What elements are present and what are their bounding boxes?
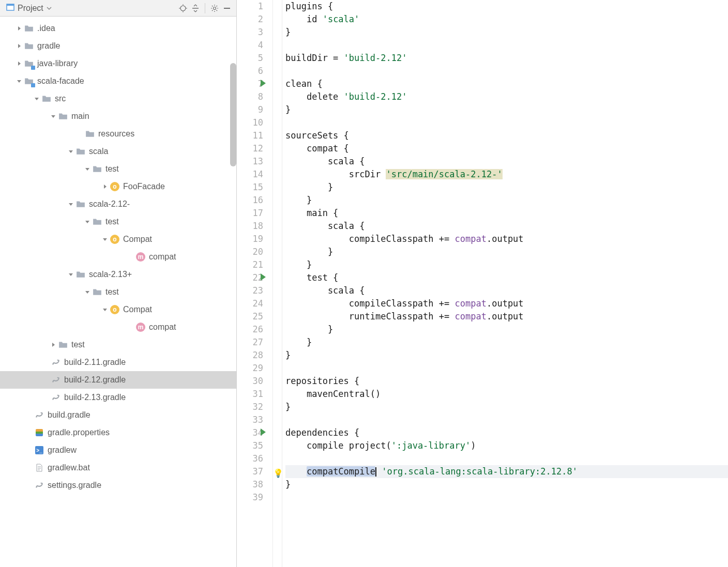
code-line[interactable]: } — [285, 246, 728, 258]
code-editor[interactable]: 1234567891011121314151617181920212223242… — [237, 0, 728, 567]
code-line[interactable]: } — [285, 181, 728, 194]
tree-item[interactable]: oFooFacade — [0, 178, 236, 195]
tree-item-label: settings.gradle — [48, 481, 101, 490]
tree-arrow-down-icon[interactable] — [83, 217, 92, 226]
code-line[interactable] — [285, 452, 728, 465]
tree-arrow-down-icon[interactable] — [14, 76, 24, 86]
tree-item[interactable]: oCompat — [0, 231, 236, 248]
tree-item[interactable]: resources — [0, 125, 236, 143]
code-line[interactable]: repositories { — [285, 375, 728, 388]
code-line[interactable]: id 'scala' — [285, 13, 728, 26]
tree-arrow-down-icon[interactable] — [66, 147, 75, 156]
code-line[interactable]: scala { — [285, 155, 728, 168]
gutter-line: 29 — [237, 362, 263, 375]
tree-item[interactable]: build-2.13.gradle — [0, 389, 236, 406]
code-line[interactable]: } — [285, 103, 728, 116]
run-gutter-icon[interactable] — [261, 428, 266, 436]
tree-item[interactable]: test — [0, 160, 236, 178]
tree-item[interactable]: java-library — [0, 55, 236, 72]
tree-arrow-right-icon[interactable] — [14, 59, 24, 68]
tree-arrow-down-icon[interactable] — [66, 200, 75, 209]
project-view-dropdown[interactable]: Project — [3, 2, 55, 14]
tree-item[interactable]: mcompat — [0, 318, 236, 336]
tree-item[interactable]: scala-2.12- — [0, 195, 236, 213]
tree-item[interactable]: scala — [0, 143, 236, 160]
code-line[interactable]: mavenCentral() — [285, 388, 728, 401]
tree-item[interactable]: gradle.properties — [0, 424, 236, 441]
code-line[interactable]: } — [285, 349, 728, 362]
code-line[interactable]: compile project(':java-library') — [285, 439, 728, 452]
project-view-label: Project — [18, 4, 43, 13]
code-line[interactable]: delete 'build-2.12' — [285, 90, 728, 103]
tree-arrow-down-icon[interactable] — [100, 235, 110, 244]
code-line[interactable]: srcDir 'src/main/scala-2.12-' — [285, 168, 728, 181]
run-gutter-icon[interactable] — [261, 80, 266, 87]
code-line[interactable]: dependencies { — [285, 426, 728, 439]
tree-arrow-right-icon[interactable] — [14, 24, 24, 33]
code-line[interactable] — [285, 491, 728, 504]
tree-item[interactable]: mcompat — [0, 248, 236, 266]
code-line[interactable]: scala { — [285, 284, 728, 297]
tree-arrow-right-icon[interactable] — [49, 340, 58, 349]
code-line[interactable]: compat { — [285, 142, 728, 155]
tree-item[interactable]: build.gradle — [0, 406, 236, 424]
scrollbar-thumb[interactable] — [230, 63, 236, 166]
tree-item[interactable]: scala-facade — [0, 72, 236, 90]
code-line[interactable]: } — [285, 194, 728, 207]
tree-item[interactable]: >_gradlew — [0, 441, 236, 459]
code-line[interactable]: } — [285, 258, 728, 271]
tree-arrow-down-icon[interactable] — [83, 164, 92, 174]
code-line[interactable]: } — [285, 401, 728, 413]
locate-icon[interactable] — [177, 2, 189, 14]
code-line[interactable]: } — [285, 323, 728, 336]
collapse-all-icon[interactable] — [189, 2, 202, 14]
code-line[interactable] — [285, 65, 728, 78]
editor-gutter: 1234567891011121314151617181920212223242… — [237, 0, 273, 567]
code-line[interactable]: scala { — [285, 220, 728, 233]
code-line[interactable]: } — [285, 478, 728, 491]
code-line[interactable]: runtimeClasspath += compat.output — [285, 310, 728, 323]
tree-arrow-down-icon[interactable] — [83, 287, 92, 297]
tree-arrow-down-icon[interactable] — [100, 305, 110, 314]
gear-icon[interactable] — [208, 2, 221, 14]
hide-panel-icon[interactable] — [221, 2, 233, 14]
tree-arrow-right-icon[interactable] — [100, 182, 110, 191]
project-tree[interactable]: .ideagradlejava-libraryscala-facadesrcma… — [0, 17, 236, 567]
code-line[interactable] — [285, 413, 728, 426]
tree-item[interactable]: settings.gradle — [0, 477, 236, 494]
tree-arrow-down-icon[interactable] — [66, 270, 75, 279]
code-line[interactable]: } — [285, 26, 728, 39]
tree-item[interactable]: gradlew.bat — [0, 459, 236, 477]
code-content[interactable]: plugins { id 'scala'}buildDir = 'build-2… — [282, 0, 728, 567]
code-line[interactable]: compileClasspath += compat.output — [285, 233, 728, 246]
tree-item[interactable]: oCompat — [0, 301, 236, 318]
code-line[interactable]: plugins { — [285, 0, 728, 13]
gutter-line: 15 — [237, 181, 263, 194]
tree-item[interactable]: main — [0, 108, 236, 125]
code-line[interactable] — [285, 116, 728, 129]
intention-bulb-icon[interactable]: 💡 — [273, 467, 283, 480]
tree-item[interactable]: build-2.12.gradle — [0, 371, 236, 389]
code-line[interactable]: sourceSets { — [285, 129, 728, 142]
code-line[interactable]: 💡 compatCompile 'org.scala-lang:scala-li… — [285, 465, 728, 478]
tree-item[interactable]: src — [0, 90, 236, 108]
run-gutter-icon[interactable] — [261, 273, 266, 281]
tree-item[interactable]: test — [0, 283, 236, 301]
code-line[interactable]: test { — [285, 271, 728, 284]
tree-item[interactable]: scala-2.13+ — [0, 266, 236, 283]
tree-item[interactable]: .idea — [0, 20, 236, 37]
tree-item[interactable]: gradle — [0, 37, 236, 55]
code-line[interactable]: main { — [285, 207, 728, 220]
code-line[interactable]: clean { — [285, 78, 728, 90]
tree-arrow-right-icon[interactable] — [14, 41, 24, 51]
code-line[interactable] — [285, 39, 728, 52]
tree-item[interactable]: build-2.11.gradle — [0, 354, 236, 371]
code-line[interactable] — [285, 362, 728, 375]
tree-item[interactable]: test — [0, 336, 236, 354]
code-line[interactable]: } — [285, 336, 728, 349]
code-line[interactable]: buildDir = 'build-2.12' — [285, 52, 728, 65]
tree-arrow-down-icon[interactable] — [32, 94, 41, 103]
tree-item[interactable]: test — [0, 213, 236, 231]
tree-arrow-down-icon[interactable] — [49, 112, 58, 121]
code-line[interactable]: compileClasspath += compat.output — [285, 297, 728, 310]
